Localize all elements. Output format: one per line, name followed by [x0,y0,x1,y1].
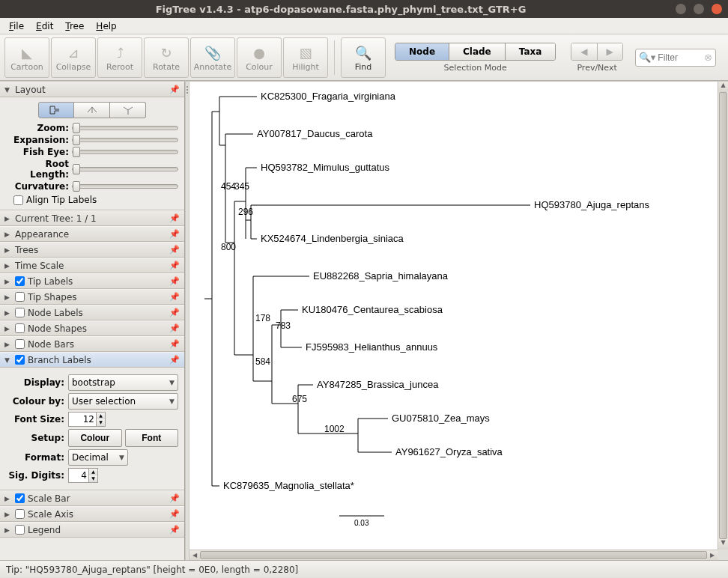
layout-rectangular-button[interactable] [38,102,74,118]
window-title: FigTree v1.4.3 - atp6-dopasowane.fasta.p… [6,4,676,15]
next-button[interactable]: ▶ [598,43,622,60]
reroot-button[interactable]: ⤴Reroot [97,37,142,78]
window-minimize-button[interactable] [676,4,686,14]
menu-help[interactable]: Help [91,19,121,33]
panel-time-scale[interactable]: ▶Time Scale📌 [0,258,184,273]
node-bars-checkbox[interactable] [15,339,25,349]
branch-labels-checkbox[interactable] [15,355,25,365]
tree-view[interactable]: KC879635_Magnolia_stellata* KC825300_Fra… [189,82,728,560]
pin-icon[interactable]: 📌 [169,525,180,535]
vertical-scrollbar[interactable]: ▲▼ [718,82,728,550]
scaleaxis-checkbox[interactable] [15,509,25,519]
horizontal-scrollbar[interactable]: ◀▶ [189,550,718,560]
hilight-button[interactable]: ▧Hilight [283,37,328,78]
expansion-slider[interactable] [72,138,178,142]
fisheye-slider[interactable] [72,150,178,154]
setup-font-button[interactable]: Font [125,429,179,447]
menu-edit[interactable]: Edit [31,19,58,33]
window-maximize-button[interactable] [694,4,704,14]
pin-icon[interactable]: 📌 [169,292,180,302]
pin-icon[interactable]: 📌 [169,493,180,503]
svg-text:HQ593780_Ajuga_reptans: HQ593780_Ajuga_reptans [534,199,649,210]
rootlength-slider[interactable] [72,167,178,171]
selection-taxa-button[interactable]: Taxa [506,43,556,60]
svg-text:KX524674_Lindenbergia_siniaca: KX524674_Lindenbergia_siniaca [261,233,404,244]
scalebar-checkbox[interactable] [15,493,25,503]
panel-trees[interactable]: ▶Trees📌 [0,242,184,258]
svg-text:AY961627_Oryza_sativa: AY961627_Oryza_sativa [395,446,503,457]
tip-labels-checkbox[interactable] [15,276,25,286]
panel-scale-axis[interactable]: ▶Scale Axis📌 [0,506,184,522]
fontsize-spinner[interactable]: 12▲▼ [68,412,106,427]
svg-text:HQ593782_Mimulus_guttatus: HQ593782_Mimulus_guttatus [261,162,389,173]
status-text: Tip: "HQ593780_Ajuga_reptans" [height = … [6,565,298,575]
colourby-combo[interactable]: User selection▼ [68,393,178,410]
panel-tip-shapes[interactable]: ▶Tip Shapes📌 [0,289,184,305]
svg-text:584: 584 [255,356,270,367]
legend-checkbox[interactable] [15,525,25,535]
pin-icon[interactable]: 📌 [169,245,180,255]
svg-text:FJ595983_Helianthus_annuus: FJ595983_Helianthus_annuus [306,341,438,353]
node-shapes-checkbox[interactable] [15,323,25,333]
selection-clade-button[interactable]: Clade [449,43,506,60]
cartoon-button[interactable]: ◣Cartoon [4,37,49,78]
annotate-icon: 📎 [203,43,222,62]
panel-scale-bar[interactable]: ▶Scale Bar📌 [0,490,184,506]
svg-text:675: 675 [292,394,307,404]
panel-legend[interactable]: ▶Legend📌 [0,522,184,538]
filter-box[interactable]: 🔍▾ ⊗ [635,49,716,67]
layout-polar-button[interactable] [74,102,110,118]
svg-text:0.03: 0.03 [354,519,369,527]
pin-icon[interactable]: 📌 [169,308,180,317]
rotate-button[interactable]: ↻Rotate [144,37,189,78]
align-tip-labels-checkbox[interactable] [13,195,23,205]
menu-file[interactable]: File [4,19,28,33]
panel-node-labels[interactable]: ▶Node Labels📌 [0,305,184,320]
nav-group: ◀ ▶ [571,43,622,61]
svg-text:1002: 1002 [324,424,345,434]
selection-mode-label: Selection Mode [444,63,507,73]
find-button[interactable]: 🔍Find [341,37,386,78]
node-labels-checkbox[interactable] [15,308,25,317]
status-bar: Tip: "HQ593780_Ajuga_reptans" [height = … [0,560,728,578]
window-close-button[interactable] [712,4,722,14]
panel-node-bars[interactable]: ▶Node Bars📌 [0,336,184,352]
panel-current-tree[interactable]: ▶Current Tree: 1 / 1📌 [0,210,184,226]
collapse-icon: ⊿ [64,43,83,62]
rootlength-label: Root Length: [6,159,69,180]
pin-icon[interactable]: 📌 [169,261,180,270]
display-combo[interactable]: bootstrap▼ [68,374,178,391]
collapse-button[interactable]: ⊿Collapse [51,37,96,78]
svg-text:KC825300_Fragaria_virginiana: KC825300_Fragaria_virginiana [261,91,396,102]
colour-button[interactable]: ●Colour [237,37,282,78]
pin-icon[interactable]: 📌 [169,355,180,365]
panel-tip-labels[interactable]: ▶Tip Labels📌 [0,273,184,289]
prev-button[interactable]: ◀ [571,43,597,60]
panel-appearance[interactable]: ▶Appearance📌 [0,226,184,242]
svg-text:EU882268_Sapria_himalayana: EU882268_Sapria_himalayana [313,270,449,282]
toolbar-separator [334,40,335,75]
menu-tree[interactable]: Tree [61,19,88,33]
annotate-button[interactable]: 📎Annotate [190,37,235,78]
filter-search-icon: 🔍▾ [639,52,656,63]
pin-icon[interactable]: 📌 [169,276,180,286]
panel-branch-labels[interactable]: ▼Branch Labels📌 [0,352,184,368]
pin-icon[interactable]: 📌 [169,229,180,239]
panel-node-shapes[interactable]: ▶Node Shapes📌 [0,320,184,336]
pin-icon[interactable]: 📌 [169,85,180,94]
setup-colour-button[interactable]: Colour [68,429,122,447]
format-combo[interactable]: Decimal▼ [68,449,128,466]
tip-shapes-checkbox[interactable] [15,292,25,302]
pin-icon[interactable]: 📌 [169,323,180,333]
sigdigits-spinner[interactable]: 4▲▼ [68,468,98,483]
filter-input[interactable] [658,52,703,63]
curvature-slider[interactable] [72,184,178,189]
zoom-slider[interactable] [72,126,178,130]
pin-icon[interactable]: 📌 [169,509,180,519]
pin-icon[interactable]: 📌 [169,339,180,349]
pin-icon[interactable]: 📌 [169,213,180,223]
layout-radial-button[interactable] [110,102,146,118]
filter-clear-icon[interactable]: ⊗ [704,52,712,63]
panel-layout-header[interactable]: ▼ Layout 📌 [0,82,184,97]
selection-node-button[interactable]: Node [395,43,449,60]
